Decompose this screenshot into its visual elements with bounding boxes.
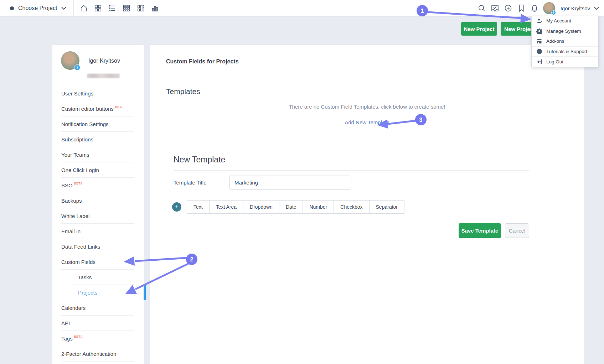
- sidebar-item-custom-fields-tasks[interactable]: Tasks: [52, 270, 144, 285]
- sidebar-item-user-settings[interactable]: User Settings: [52, 86, 144, 101]
- field-type-textarea-button[interactable]: Text Area: [210, 200, 243, 214]
- avatar-badge-icon: ✻: [74, 64, 80, 71]
- sidebar-item-white-label[interactable]: White Label: [52, 208, 144, 224]
- sidebar-item-subscriptions[interactable]: Subscriptions: [52, 132, 144, 147]
- help-buoy-icon: [536, 48, 542, 54]
- gear-icon: [536, 28, 542, 34]
- dashboard-icon[interactable]: [94, 4, 102, 12]
- view-switcher: [74, 4, 159, 12]
- add-circle-icon[interactable]: [504, 4, 513, 13]
- topbar-right: ✻ Igor Kryltsov: [477, 2, 604, 14]
- sidebar-item-label: One Click Login: [61, 167, 99, 173]
- sidebar-item-sso[interactable]: SSOBETA: [52, 178, 144, 193]
- sidebar-item-calendars[interactable]: Calendars: [52, 300, 144, 316]
- bookmark-icon[interactable]: [517, 4, 526, 13]
- beta-badge: BETA: [74, 182, 83, 185]
- new-template-form: New Template Template Title + Text Text …: [174, 155, 529, 238]
- sidebar-user-name: Igor Kryltsov: [88, 58, 120, 64]
- page-title: Custom Fields for Projects: [166, 45, 568, 65]
- field-type-text-button[interactable]: Text: [187, 200, 210, 214]
- sidebar-item-your-teams[interactable]: Your Teams: [52, 147, 144, 162]
- field-type-number-button[interactable]: Number: [303, 200, 334, 214]
- save-template-button[interactable]: Save Template: [459, 223, 501, 238]
- blurred-email: [87, 74, 120, 78]
- sidebar-item-email-in[interactable]: Email In: [52, 224, 144, 239]
- sidebar-item-label: Custom Fields: [61, 259, 95, 265]
- field-type-separator-button[interactable]: Separator: [370, 200, 404, 214]
- menu-item-label: My Account: [546, 18, 571, 24]
- chart-view-icon[interactable]: [151, 4, 159, 12]
- home-icon[interactable]: [79, 4, 88, 12]
- sidebar-item-label: User Settings: [61, 90, 93, 97]
- template-title-input[interactable]: [229, 176, 351, 189]
- menu-item-tutorials-support[interactable]: Tutorials & Support: [532, 47, 598, 57]
- sidebar-profile: ✻ Igor Kryltsov: [52, 45, 144, 86]
- sidebar-item-label: Custom editor buttons: [61, 106, 114, 112]
- beta-badge: BETA: [115, 105, 124, 109]
- sidebar-item-label: Tags: [61, 336, 73, 342]
- template-title-label: Template Title: [174, 180, 229, 186]
- sidebar-item-2fa[interactable]: 2-Factor Authentication: [52, 346, 144, 362]
- sidebar-item-label: White Label: [61, 213, 89, 219]
- menu-item-manage-system[interactable]: Manage System: [532, 26, 598, 37]
- new-template-heading: New Template: [174, 155, 529, 171]
- sidebar-item-label: SSO: [61, 182, 73, 188]
- cancel-button[interactable]: Cancel: [505, 223, 529, 238]
- menu-item-label: Add-ons: [546, 38, 564, 44]
- field-type-checkbox-button[interactable]: Checkbox: [334, 200, 369, 214]
- add-field-button[interactable]: +: [172, 202, 181, 212]
- columns-view-icon[interactable]: [136, 4, 145, 12]
- user-avatar[interactable]: ✻: [543, 2, 555, 14]
- top-bar: Choose Project ✻ Igor Kryltsov: [0, 0, 604, 17]
- menu-item-log-out[interactable]: Log Out: [532, 57, 598, 67]
- field-type-dropdown-button[interactable]: Dropdown: [243, 200, 279, 214]
- user-dropdown-menu: My Account Manage System Add-ons Tutoria…: [531, 16, 599, 67]
- user-name[interactable]: Igor Kryltsov: [561, 5, 590, 11]
- grid-view-icon[interactable]: [122, 4, 131, 12]
- menu-item-label: Manage System: [546, 28, 581, 34]
- user-menu-chevron-icon[interactable]: [594, 7, 599, 10]
- divider: [166, 139, 568, 139]
- divider: [174, 218, 529, 218]
- project-dot-icon: [10, 6, 14, 10]
- tasks-tray-icon[interactable]: [490, 4, 500, 13]
- field-type-date-button[interactable]: Date: [279, 200, 303, 214]
- sidebar-item-custom-fields-projects[interactable]: Projects: [52, 285, 144, 300]
- templates-heading: Templates: [166, 87, 568, 96]
- menu-item-label: Tutorials & Support: [546, 49, 587, 54]
- project-selector[interactable]: Choose Project: [0, 0, 73, 16]
- add-new-template-link[interactable]: Add New Template: [166, 119, 568, 125]
- project-selector-label: Choose Project: [18, 5, 57, 11]
- menu-item-my-account[interactable]: My Account: [532, 16, 598, 26]
- field-type-group: Text Text Area Dropdown Date Number Chec…: [187, 200, 404, 214]
- sidebar-item-custom-fields[interactable]: Custom Fields: [52, 254, 144, 270]
- user-edit-icon: [536, 18, 542, 24]
- sidebar-item-label: Subscriptions: [61, 136, 93, 142]
- sidebar-item-one-click-login[interactable]: One Click Login: [52, 162, 144, 178]
- sidebar-item-label: 2-Factor Authentication: [61, 351, 116, 357]
- sidebar-item-label: Data Feed Links: [61, 244, 100, 250]
- sidebar-item-custom-editor-buttons[interactable]: Custom editor buttonsBETA: [52, 101, 144, 116]
- sidebar-item-api[interactable]: API: [52, 316, 144, 331]
- menu-item-add-ons[interactable]: Add-ons: [532, 36, 598, 47]
- new-project-button[interactable]: New Project: [461, 22, 497, 36]
- search-icon[interactable]: [477, 4, 486, 13]
- storefront-icon: [536, 38, 542, 44]
- sidebar-item-label: Projects: [78, 290, 97, 296]
- settings-sidebar: ✻ Igor Kryltsov User Settings Custom edi…: [52, 45, 144, 364]
- sidebar-item-label: Backups: [61, 198, 82, 204]
- sidebar-item-tags[interactable]: TagsBETA: [52, 331, 144, 346]
- sidebar-item-label: Your Teams: [61, 152, 89, 158]
- sidebar-item-label: Notification Settings: [61, 121, 109, 127]
- divider: [166, 73, 568, 73]
- sidebar-item-label: Tasks: [78, 274, 92, 280]
- sidebar-item-backups[interactable]: Backups: [52, 193, 144, 208]
- sidebar-menu: User Settings Custom editor buttonsBETA …: [52, 86, 144, 362]
- list-view-icon[interactable]: [108, 4, 117, 12]
- sidebar-item-label: API: [61, 320, 70, 326]
- notifications-bell-icon[interactable]: [530, 4, 539, 13]
- sidebar-item-label: Calendars: [61, 305, 86, 311]
- active-item-indicator: [144, 285, 146, 300]
- sidebar-item-data-feed-links[interactable]: Data Feed Links: [52, 239, 144, 254]
- sidebar-item-notification-settings[interactable]: Notification Settings: [52, 116, 144, 132]
